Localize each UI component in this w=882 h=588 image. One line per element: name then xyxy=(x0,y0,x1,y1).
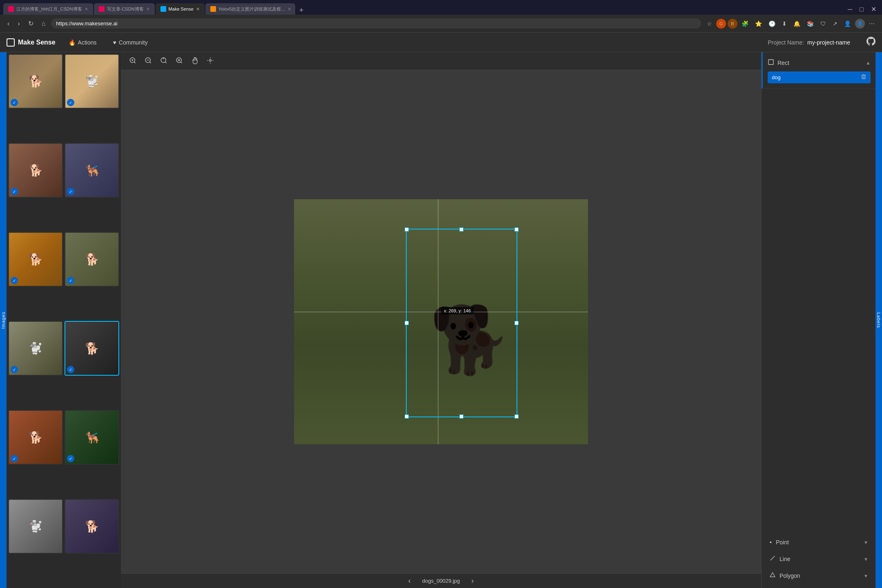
thumbnail-9[interactable]: 🐕 ✓ xyxy=(8,410,63,465)
tab-3[interactable]: Make Sense ✕ xyxy=(156,3,205,15)
community-label: Community xyxy=(119,39,148,46)
actions-button[interactable]: 🔥 Actions xyxy=(65,38,100,47)
bbox-handle-bl[interactable] xyxy=(405,414,409,419)
tab-1[interactable]: 江月的博客_hhh江月_CSDN博客 ✕ xyxy=(3,3,93,15)
polygon-tool-item[interactable]: Polygon ▾ xyxy=(766,568,871,583)
canvas-wrapper[interactable]: 🐕 xyxy=(121,70,761,573)
thumbnail-3[interactable]: 🐕 ✓ xyxy=(8,143,63,198)
tab-2[interactable]: 写文章-CSDN博客 ✕ xyxy=(94,3,155,15)
polygon-icon xyxy=(770,572,775,579)
line-icon xyxy=(770,555,775,562)
thumbnail-5[interactable]: 🐕 ✓ xyxy=(8,232,63,287)
notifications-button[interactable]: 🔔 xyxy=(791,19,803,29)
bbox-handle-tl[interactable] xyxy=(405,227,409,232)
image-list: 🐕 ✓ 🐩 ✓ 🐕 ✓ 🐕‍🦺 ✓ 🐕 ✓ 🐕 xyxy=(7,52,121,588)
collections-button[interactable]: 📚 xyxy=(804,19,816,29)
bookmark-button[interactable]: ☆ xyxy=(704,19,715,29)
line-tool-item[interactable]: Line ▾ xyxy=(766,551,871,566)
project-name-label: Project Name: xyxy=(768,39,804,46)
share-button[interactable]: ↗ xyxy=(830,19,840,29)
forward-button[interactable]: › xyxy=(15,18,22,29)
bbox-handle-ml[interactable] xyxy=(405,321,409,325)
polygon-label: Polygon xyxy=(780,572,800,579)
thumbnail-7[interactable]: 🐩 ✓ xyxy=(8,321,63,376)
app: Make Sense 🔥 Actions ♥ Community Project… xyxy=(0,33,882,588)
label-name: dog xyxy=(772,74,781,80)
nav-footer: ‹ dogs_00029.jpg › xyxy=(121,573,761,588)
extension-button[interactable]: B xyxy=(728,19,737,29)
thumbnail-12[interactable]: 🐕 xyxy=(65,499,119,554)
next-image-button[interactable]: › xyxy=(468,575,477,587)
bbox-handle-bm[interactable] xyxy=(459,414,463,419)
profile-button[interactable]: G xyxy=(716,19,726,29)
rect-section-header[interactable]: Rect ▲ xyxy=(768,57,871,68)
svg-line-10 xyxy=(180,62,182,63)
rect-collapse-icon[interactable]: ▲ xyxy=(866,60,871,66)
thumb-check-8: ✓ xyxy=(67,366,74,373)
bbox-handle-tm[interactable] xyxy=(459,227,463,232)
thumbnail-1[interactable]: 🐕 ✓ xyxy=(8,54,63,109)
thumbnail-10[interactable]: 🐕‍🦺 ✓ xyxy=(65,410,119,465)
tab-favicon-1 xyxy=(8,6,14,12)
label-delete-button[interactable] xyxy=(861,74,866,81)
url-input[interactable] xyxy=(51,18,701,29)
tab-close-3[interactable]: ✕ xyxy=(196,7,200,12)
thumbnail-4[interactable]: 🐕‍🦺 ✓ xyxy=(65,143,119,198)
thumbnail-2[interactable]: 🐩 ✓ xyxy=(65,54,119,109)
thumbnail-6[interactable]: 🐕 ✓ xyxy=(65,232,119,287)
github-button[interactable] xyxy=(866,37,875,48)
zoom-out-button[interactable] xyxy=(141,54,155,68)
coords-text: x: 269, y: 146 xyxy=(444,308,471,313)
actions-icon: 🔥 xyxy=(69,39,76,46)
point-tool-item[interactable]: • Point ▾ xyxy=(766,535,871,550)
prev-image-button[interactable]: ‹ xyxy=(405,575,414,587)
tab-favicon-4 xyxy=(210,6,216,12)
back-button[interactable]: ‹ xyxy=(5,18,12,29)
svg-line-8 xyxy=(165,62,166,63)
svg-line-5 xyxy=(149,62,151,63)
menu-button[interactable]: ⋯ xyxy=(866,19,877,29)
tab-4[interactable]: Yolov5自定义图片训练测试及模... ✕ xyxy=(205,3,295,15)
zoom-reset-button[interactable] xyxy=(172,54,186,68)
main-content: Images 🐕 ✓ 🐩 ✓ 🐕 ✓ 🐕‍🦺 ✓ xyxy=(0,52,882,588)
zoom-fit-button[interactable] xyxy=(157,54,171,68)
security-button[interactable]: 🛡 xyxy=(818,19,829,29)
thumbnail-11[interactable]: 🐩 xyxy=(8,499,63,554)
reload-button[interactable]: ↻ xyxy=(26,18,36,29)
new-tab-button[interactable]: + xyxy=(296,6,307,15)
address-bar: ‹ › ↻ ⌂ ☆ G B 🧩 ⭐ 🕐 ⬇ 🔔 📚 🛡 ↗ 👤 👤 ⋯ xyxy=(0,15,882,33)
minimize-button[interactable]: ─ xyxy=(845,4,855,15)
extensions-button[interactable]: 🧩 xyxy=(739,19,751,29)
point-icon: • xyxy=(770,539,772,546)
polygon-tool-left: Polygon xyxy=(770,572,800,579)
tab-close-4[interactable]: ✕ xyxy=(287,7,291,12)
bounding-box[interactable] xyxy=(406,229,518,417)
bbox-handle-mr[interactable] xyxy=(514,321,519,325)
images-sidebar-tab[interactable]: Images xyxy=(0,52,7,588)
crosshair-button[interactable] xyxy=(203,54,217,68)
community-button[interactable]: ♥ Community xyxy=(110,38,151,47)
tab-close-1[interactable]: ✕ xyxy=(85,7,88,12)
browser-icons: ☆ G B 🧩 ⭐ 🕐 ⬇ 🔔 📚 🛡 ↗ 👤 👤 ⋯ xyxy=(704,19,877,29)
thumb-check-2: ✓ xyxy=(67,99,74,106)
labels-sidebar-tab[interactable]: Labels xyxy=(875,52,882,588)
favorites-button[interactable]: ⭐ xyxy=(753,19,764,29)
rect-icon xyxy=(768,59,774,67)
bbox-handle-tr[interactable] xyxy=(514,227,519,232)
bbox-handle-br[interactable] xyxy=(514,414,519,419)
history-button[interactable]: 🕐 xyxy=(766,19,778,29)
social-button[interactable]: 👤 xyxy=(842,19,853,29)
zoom-in-button[interactable] xyxy=(126,54,140,68)
maximize-button[interactable]: □ xyxy=(857,4,866,15)
close-button[interactable]: ✕ xyxy=(869,4,879,15)
thumb-check-4: ✓ xyxy=(67,188,74,195)
pan-button[interactable] xyxy=(188,54,202,68)
home-button[interactable]: ⌂ xyxy=(39,18,48,29)
logo: Make Sense xyxy=(7,38,56,47)
label-item-dog[interactable]: dog xyxy=(768,71,871,83)
tab-close-2[interactable]: ✕ xyxy=(146,7,150,12)
canvas-toolbar xyxy=(121,52,761,70)
downloads-button[interactable]: ⬇ xyxy=(780,19,789,29)
thumbnail-8[interactable]: 🐕 ✓ xyxy=(65,321,119,376)
user-profile-button[interactable]: 👤 xyxy=(855,19,865,29)
